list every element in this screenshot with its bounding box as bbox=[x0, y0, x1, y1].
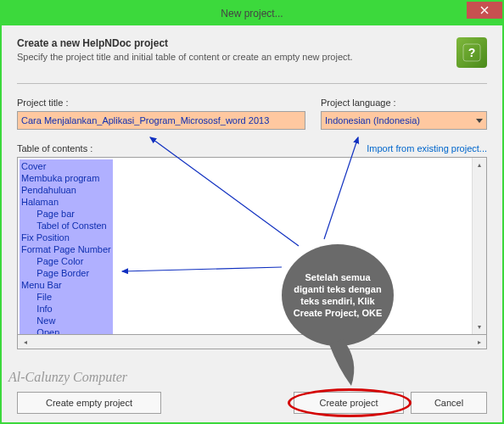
create-empty-project-button[interactable]: Create empty project bbox=[17, 392, 161, 414]
horizontal-scrollbar[interactable]: ◂ ▸ bbox=[17, 335, 487, 349]
toc-item: Info bbox=[21, 303, 111, 315]
close-button[interactable] bbox=[467, 2, 502, 19]
scroll-track-h[interactable] bbox=[32, 335, 472, 349]
toc-item: Membuka program bbox=[21, 172, 111, 184]
form-row: Project title : Project language : Indon… bbox=[17, 98, 487, 130]
scroll-right-icon[interactable]: ▸ bbox=[472, 335, 486, 349]
scroll-track[interactable] bbox=[473, 172, 486, 320]
scroll-down-icon[interactable]: ▾ bbox=[473, 320, 486, 334]
toc-label: Table of contents : bbox=[17, 143, 92, 153]
window-title: New project... bbox=[221, 8, 283, 20]
close-icon bbox=[480, 6, 489, 14]
toc-item: Tabel of Consten bbox=[21, 220, 111, 232]
toc-item: Cover bbox=[21, 160, 111, 172]
toc-header: Table of contents : Import from existing… bbox=[17, 143, 487, 153]
button-row: Create empty project Create project Canc… bbox=[17, 392, 487, 414]
toc-item: Pendahuluan bbox=[21, 184, 111, 196]
toc-item: Fix Position bbox=[21, 232, 111, 243]
cancel-button[interactable]: Cancel bbox=[411, 392, 487, 414]
watermark-text: Al-Calunzy Computer bbox=[8, 370, 127, 385]
toc-item: Page bar bbox=[21, 208, 111, 220]
project-title-input[interactable] bbox=[17, 111, 305, 130]
project-language-value: Indonesian (Indonesia) bbox=[325, 115, 420, 126]
project-language-select[interactable]: Indonesian (Indonesia) bbox=[321, 111, 487, 130]
toc-item: Menu Bar bbox=[21, 279, 111, 291]
scroll-left-icon[interactable]: ◂ bbox=[18, 335, 32, 349]
vertical-scrollbar[interactable]: ▴ ▾ bbox=[472, 158, 486, 334]
toc-item: New bbox=[21, 315, 111, 326]
toc-item: Halaman bbox=[21, 196, 111, 208]
toc-selection: CoverMembuka programPendahuluanHalaman P… bbox=[20, 159, 113, 334]
toc-textarea[interactable]: CoverMembuka programPendahuluanHalaman P… bbox=[17, 157, 487, 335]
header: Create a new HelpNDoc project Specify th… bbox=[17, 37, 487, 68]
toc-item: Page Border bbox=[21, 267, 111, 279]
toc-item: Open bbox=[21, 326, 111, 334]
scroll-up-icon[interactable]: ▴ bbox=[473, 158, 486, 172]
import-link[interactable]: Import from existing project... bbox=[367, 143, 487, 153]
project-title-label: Project title : bbox=[17, 98, 305, 108]
titlebar: New project... bbox=[2, 2, 502, 25]
toc-item: Format Page Number bbox=[21, 243, 111, 255]
dialog-content: Create a new HelpNDoc project Specify th… bbox=[2, 25, 502, 422]
app-icon: ? bbox=[456, 37, 487, 68]
annotation-bubble: Setelah semua diganti teks dengan teks s… bbox=[282, 244, 394, 346]
chevron-down-icon bbox=[476, 115, 483, 126]
toc-item: Page Color bbox=[21, 255, 111, 267]
project-language-label: Project language : bbox=[321, 98, 487, 108]
header-subtitle: Specify the project title and initial ta… bbox=[17, 52, 448, 62]
divider bbox=[17, 83, 487, 84]
toc-item: File bbox=[21, 291, 111, 303]
header-title: Create a new HelpNDoc project bbox=[17, 37, 448, 49]
svg-text:?: ? bbox=[468, 46, 476, 59]
